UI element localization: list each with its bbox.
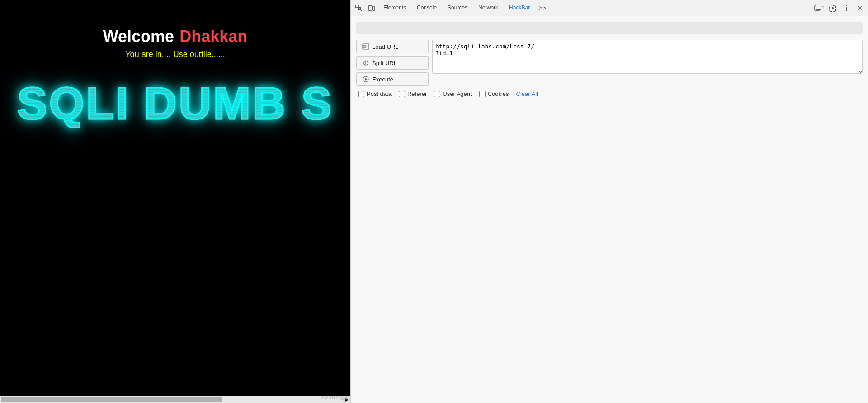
user-agent-checkbox-label[interactable]: User Agent <box>434 90 472 97</box>
user-agent-label: User Agent <box>443 90 472 97</box>
tab-console[interactable]: Console <box>411 2 442 14</box>
settings-icon[interactable] <box>826 2 839 14</box>
svg-rect-2 <box>368 6 372 10</box>
inspect-element-icon[interactable] <box>353 2 365 14</box>
execute-button[interactable]: Execute <box>356 72 429 86</box>
close-devtools-icon[interactable]: ✕ <box>854 2 866 14</box>
svg-rect-9 <box>363 47 366 48</box>
welcome-line: Welcome Dhakkan <box>103 27 247 46</box>
split-url-label: Split URL <box>372 60 397 66</box>
load-url-icon <box>362 43 369 50</box>
csdn-watermark: CSDN ©版权 <box>322 395 349 401</box>
hackbar-content: Load URL Split URL <box>351 16 868 403</box>
browser-content: Welcome Dhakkan You are in.... Use outfi… <box>0 0 350 403</box>
hackbar-options: Post data Referer User Agent Cookies Cle… <box>356 90 863 97</box>
svg-rect-7 <box>363 45 366 46</box>
devtools-panel: Elements Console Sources Network HackBar… <box>350 0 868 403</box>
user-agent-checkbox[interactable] <box>434 91 440 97</box>
hackbar-top-bar <box>356 22 863 34</box>
post-data-checkbox-label[interactable]: Post data <box>358 90 392 97</box>
subtitle-text: You are in.... Use outfile...... <box>125 50 225 59</box>
tab-sources[interactable]: Sources <box>442 2 473 14</box>
devtools-toolbar: Elements Console Sources Network HackBar… <box>351 0 868 16</box>
load-url-label: Load URL <box>372 43 399 50</box>
post-data-checkbox[interactable] <box>358 91 364 97</box>
tab-elements[interactable]: Elements <box>378 2 411 14</box>
split-url-icon <box>362 59 369 66</box>
tab-hackbar[interactable]: HackBar <box>504 2 535 14</box>
svg-rect-5 <box>816 5 821 9</box>
url-textarea[interactable] <box>432 40 863 74</box>
referer-label: Referer <box>407 90 427 97</box>
execute-label: Execute <box>372 76 393 83</box>
svg-marker-13 <box>365 78 368 81</box>
toggle-device-icon[interactable] <box>365 2 378 14</box>
hackbar-buttons: Load URL Split URL <box>356 40 429 86</box>
scroll-thumb[interactable] <box>1 397 222 402</box>
svg-rect-0 <box>356 5 359 8</box>
post-data-label: Post data <box>367 90 392 97</box>
referer-checkbox-label[interactable]: Referer <box>399 90 427 97</box>
scrollbar[interactable]: ▶ <box>0 396 350 403</box>
sqli-title: SQLI DUMB S <box>17 77 334 129</box>
load-url-button[interactable]: Load URL <box>356 40 429 53</box>
tab-network[interactable]: Network <box>473 2 504 14</box>
devtools-right-icons: 1 ⋮ ✕ <box>813 2 866 14</box>
cookies-label: Cookies <box>488 90 509 97</box>
referer-checkbox[interactable] <box>399 91 405 97</box>
cookies-checkbox-label[interactable]: Cookies <box>479 90 509 97</box>
tab-count-btn[interactable]: 1 <box>813 2 826 14</box>
welcome-name: Dhakkan <box>179 27 247 46</box>
cookies-checkbox[interactable] <box>479 91 486 97</box>
split-url-button[interactable]: Split URL <box>356 56 429 70</box>
more-options-icon[interactable]: ⋮ <box>840 2 853 14</box>
tab-count: 1 <box>822 5 825 10</box>
svg-rect-3 <box>373 7 375 10</box>
welcome-label: Welcome <box>103 27 174 46</box>
more-tabs-btn[interactable]: >> <box>535 3 550 14</box>
hackbar-main: Load URL Split URL <box>356 40 863 86</box>
clear-all-button[interactable]: Clear All <box>516 90 538 97</box>
devtools-tabs: Elements Console Sources Network HackBar… <box>378 2 813 14</box>
execute-icon <box>362 76 369 83</box>
svg-rect-8 <box>363 47 367 47</box>
